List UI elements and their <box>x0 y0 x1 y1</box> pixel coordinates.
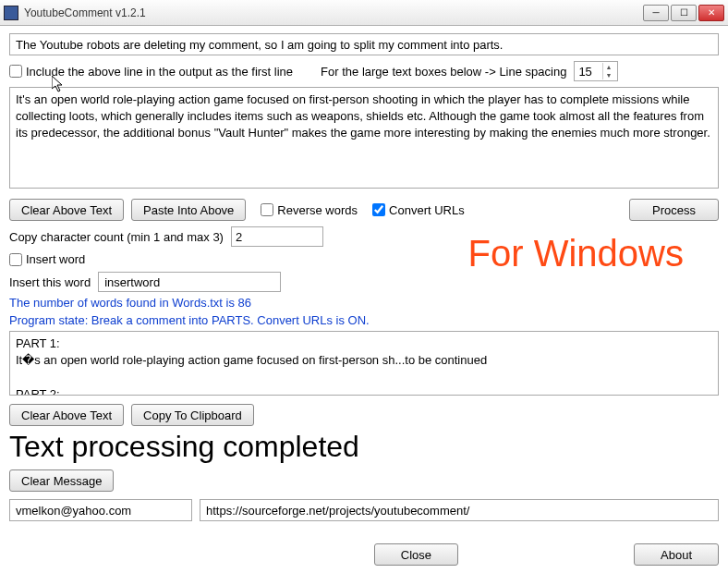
insert-word-input[interactable] <box>98 272 281 292</box>
include-line-label: Include the above line in the output as … <box>26 65 293 79</box>
reverse-words-checkbox[interactable] <box>261 203 273 216</box>
insert-this-word-label: Insert this word <box>9 275 91 289</box>
about-button[interactable]: About <box>634 543 719 566</box>
titlebar: YoutubeComment v1.2.1 ─ ☐ ✕ <box>0 0 728 26</box>
status-message: Text processing completed <box>9 430 719 464</box>
output-text-area[interactable] <box>9 331 719 396</box>
line-spacing-label: For the large text boxes below -> Line s… <box>321 65 566 79</box>
copy-char-count-label: Copy character count (min 1 and max 3) <box>9 230 224 244</box>
app-icon <box>4 6 18 20</box>
line-spacing-spinner[interactable]: ▲ ▼ <box>574 61 618 81</box>
reverse-words-label: Reverse words <box>277 203 358 217</box>
intro-text-input[interactable] <box>9 33 719 55</box>
url-field[interactable] <box>200 499 719 521</box>
insert-word-checkbox[interactable] <box>9 253 22 266</box>
spinner-up-icon[interactable]: ▲ <box>603 63 613 71</box>
main-text-area[interactable] <box>9 87 719 189</box>
close-window-button[interactable]: ✕ <box>698 5 724 21</box>
clear-above-text-button-1[interactable]: Clear Above Text <box>9 199 124 221</box>
insert-word-checkbox-label: Insert word <box>26 252 85 266</box>
minimize-button[interactable]: ─ <box>643 5 669 21</box>
paste-into-above-button[interactable]: Paste Into Above <box>131 199 246 221</box>
spinner-down-icon[interactable]: ▼ <box>603 71 613 79</box>
copy-to-clipboard-button[interactable]: Copy To Clipboard <box>131 404 254 426</box>
convert-urls-label: Convert URLs <box>389 203 465 217</box>
words-found-text: The number of words found in Words.txt i… <box>9 296 719 310</box>
include-line-checkbox[interactable] <box>9 65 22 78</box>
copy-char-count-input[interactable] <box>231 226 323 247</box>
window-title: YoutubeComment v1.2.1 <box>24 6 146 19</box>
overlay-text: For Windows <box>468 233 684 274</box>
convert-urls-checkbox[interactable] <box>372 203 385 216</box>
clear-above-text-button-2[interactable]: Clear Above Text <box>9 404 124 426</box>
close-button[interactable]: Close <box>374 543 458 566</box>
line-spacing-value[interactable] <box>575 65 602 79</box>
email-field[interactable] <box>9 499 192 521</box>
program-state-text: Program state: Break a comment into PART… <box>9 313 719 327</box>
process-button[interactable]: Process <box>629 199 719 221</box>
maximize-button[interactable]: ☐ <box>671 5 697 21</box>
clear-message-button[interactable]: Clear Message <box>9 469 114 492</box>
